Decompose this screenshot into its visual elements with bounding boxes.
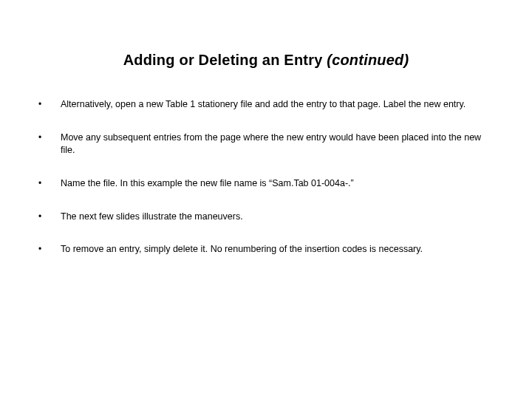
bullet-icon: • bbox=[37, 98, 61, 110]
bullet-icon: • bbox=[37, 177, 61, 189]
list-item: • Move any subsequent entries from the p… bbox=[37, 132, 495, 157]
bullet-text: The next few slides illustrate the maneu… bbox=[61, 211, 495, 223]
list-item: • Alternatively, open a new Table 1 stat… bbox=[37, 98, 495, 111]
bullet-icon: • bbox=[37, 211, 61, 222]
bullet-text: Name the file. In this example the new f… bbox=[61, 177, 495, 190]
slide-title: Adding or Deleting an Entry (continued) bbox=[37, 52, 495, 69]
slide: Adding or Deleting an Entry (continued) … bbox=[0, 0, 532, 399]
title-main: Adding or Deleting an Entry bbox=[123, 52, 327, 68]
list-item: • To remove an entry, simply delete it. … bbox=[37, 243, 495, 256]
bullet-text: Alternatively, open a new Table 1 statio… bbox=[61, 98, 495, 111]
list-item: • Name the file. In this example the new… bbox=[37, 177, 495, 190]
bullet-icon: • bbox=[37, 243, 61, 255]
title-continued: (continued) bbox=[327, 52, 409, 68]
bullet-text: To remove an entry, simply delete it. No… bbox=[61, 243, 495, 256]
bullet-icon: • bbox=[37, 132, 61, 143]
list-item: • The next few slides illustrate the man… bbox=[37, 211, 495, 223]
bullet-list: • Alternatively, open a new Table 1 stat… bbox=[37, 98, 495, 256]
bullet-text: Move any subsequent entries from the pag… bbox=[61, 132, 495, 157]
